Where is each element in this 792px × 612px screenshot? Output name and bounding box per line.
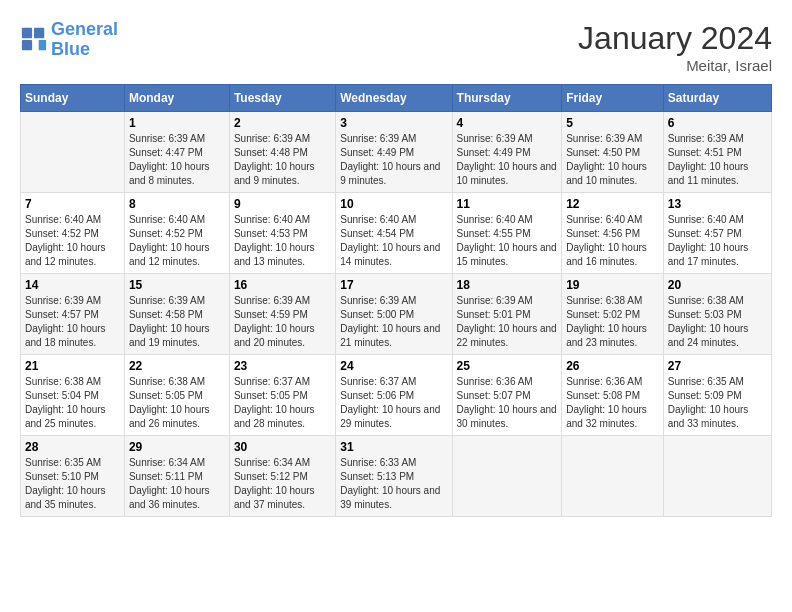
day-info: Sunrise: 6:39 AMSunset: 4:49 PMDaylight:… <box>340 132 447 188</box>
day-number: 10 <box>340 197 447 211</box>
svg-rect-2 <box>22 40 32 50</box>
calendar-cell: 7Sunrise: 6:40 AMSunset: 4:52 PMDaylight… <box>21 193 125 274</box>
day-info: Sunrise: 6:39 AMSunset: 4:50 PMDaylight:… <box>566 132 659 188</box>
day-number: 17 <box>340 278 447 292</box>
calendar-cell: 10Sunrise: 6:40 AMSunset: 4:54 PMDayligh… <box>336 193 452 274</box>
week-row-4: 28Sunrise: 6:35 AMSunset: 5:10 PMDayligh… <box>21 436 772 517</box>
day-info: Sunrise: 6:36 AMSunset: 5:08 PMDaylight:… <box>566 375 659 431</box>
day-number: 6 <box>668 116 767 130</box>
day-info: Sunrise: 6:40 AMSunset: 4:56 PMDaylight:… <box>566 213 659 269</box>
day-info: Sunrise: 6:38 AMSunset: 5:04 PMDaylight:… <box>25 375 120 431</box>
day-number: 7 <box>25 197 120 211</box>
calendar-cell: 2Sunrise: 6:39 AMSunset: 4:48 PMDaylight… <box>229 112 335 193</box>
day-number: 19 <box>566 278 659 292</box>
day-info: Sunrise: 6:40 AMSunset: 4:52 PMDaylight:… <box>25 213 120 269</box>
day-info: Sunrise: 6:38 AMSunset: 5:03 PMDaylight:… <box>668 294 767 350</box>
weekday-header-thursday: Thursday <box>452 85 562 112</box>
calendar-cell: 21Sunrise: 6:38 AMSunset: 5:04 PMDayligh… <box>21 355 125 436</box>
week-row-1: 7Sunrise: 6:40 AMSunset: 4:52 PMDaylight… <box>21 193 772 274</box>
title-section: January 2024 Meitar, Israel <box>578 20 772 74</box>
day-number: 28 <box>25 440 120 454</box>
calendar-cell: 18Sunrise: 6:39 AMSunset: 5:01 PMDayligh… <box>452 274 562 355</box>
day-number: 18 <box>457 278 558 292</box>
day-number: 20 <box>668 278 767 292</box>
weekday-header-row: SundayMondayTuesdayWednesdayThursdayFrid… <box>21 85 772 112</box>
calendar-cell: 4Sunrise: 6:39 AMSunset: 4:49 PMDaylight… <box>452 112 562 193</box>
day-info: Sunrise: 6:40 AMSunset: 4:55 PMDaylight:… <box>457 213 558 269</box>
day-number: 12 <box>566 197 659 211</box>
week-row-0: 1Sunrise: 6:39 AMSunset: 4:47 PMDaylight… <box>21 112 772 193</box>
weekday-header-wednesday: Wednesday <box>336 85 452 112</box>
calendar-cell: 23Sunrise: 6:37 AMSunset: 5:05 PMDayligh… <box>229 355 335 436</box>
logo-icon <box>20 26 48 54</box>
calendar-cell <box>562 436 664 517</box>
calendar-cell: 14Sunrise: 6:39 AMSunset: 4:57 PMDayligh… <box>21 274 125 355</box>
day-info: Sunrise: 6:35 AMSunset: 5:09 PMDaylight:… <box>668 375 767 431</box>
calendar-cell: 27Sunrise: 6:35 AMSunset: 5:09 PMDayligh… <box>663 355 771 436</box>
svg-marker-3 <box>39 40 46 50</box>
day-info: Sunrise: 6:36 AMSunset: 5:07 PMDaylight:… <box>457 375 558 431</box>
day-info: Sunrise: 6:37 AMSunset: 5:06 PMDaylight:… <box>340 375 447 431</box>
day-number: 11 <box>457 197 558 211</box>
calendar-cell: 12Sunrise: 6:40 AMSunset: 4:56 PMDayligh… <box>562 193 664 274</box>
day-info: Sunrise: 6:40 AMSunset: 4:52 PMDaylight:… <box>129 213 225 269</box>
calendar-cell <box>21 112 125 193</box>
day-number: 23 <box>234 359 331 373</box>
day-info: Sunrise: 6:39 AMSunset: 5:00 PMDaylight:… <box>340 294 447 350</box>
calendar-cell: 9Sunrise: 6:40 AMSunset: 4:53 PMDaylight… <box>229 193 335 274</box>
calendar-cell: 13Sunrise: 6:40 AMSunset: 4:57 PMDayligh… <box>663 193 771 274</box>
calendar-cell: 3Sunrise: 6:39 AMSunset: 4:49 PMDaylight… <box>336 112 452 193</box>
week-row-2: 14Sunrise: 6:39 AMSunset: 4:57 PMDayligh… <box>21 274 772 355</box>
day-number: 25 <box>457 359 558 373</box>
calendar-cell: 20Sunrise: 6:38 AMSunset: 5:03 PMDayligh… <box>663 274 771 355</box>
calendar-cell: 30Sunrise: 6:34 AMSunset: 5:12 PMDayligh… <box>229 436 335 517</box>
calendar-cell: 24Sunrise: 6:37 AMSunset: 5:06 PMDayligh… <box>336 355 452 436</box>
calendar-cell <box>663 436 771 517</box>
day-number: 24 <box>340 359 447 373</box>
day-number: 30 <box>234 440 331 454</box>
week-row-3: 21Sunrise: 6:38 AMSunset: 5:04 PMDayligh… <box>21 355 772 436</box>
calendar-cell: 22Sunrise: 6:38 AMSunset: 5:05 PMDayligh… <box>124 355 229 436</box>
calendar-cell: 8Sunrise: 6:40 AMSunset: 4:52 PMDaylight… <box>124 193 229 274</box>
day-number: 27 <box>668 359 767 373</box>
location: Meitar, Israel <box>578 57 772 74</box>
day-info: Sunrise: 6:39 AMSunset: 4:57 PMDaylight:… <box>25 294 120 350</box>
calendar-cell: 28Sunrise: 6:35 AMSunset: 5:10 PMDayligh… <box>21 436 125 517</box>
svg-rect-0 <box>22 28 32 38</box>
day-info: Sunrise: 6:39 AMSunset: 4:48 PMDaylight:… <box>234 132 331 188</box>
calendar-cell: 17Sunrise: 6:39 AMSunset: 5:00 PMDayligh… <box>336 274 452 355</box>
day-info: Sunrise: 6:39 AMSunset: 4:49 PMDaylight:… <box>457 132 558 188</box>
calendar-cell <box>452 436 562 517</box>
day-info: Sunrise: 6:39 AMSunset: 4:47 PMDaylight:… <box>129 132 225 188</box>
day-number: 5 <box>566 116 659 130</box>
day-info: Sunrise: 6:40 AMSunset: 4:57 PMDaylight:… <box>668 213 767 269</box>
day-info: Sunrise: 6:38 AMSunset: 5:05 PMDaylight:… <box>129 375 225 431</box>
day-number: 9 <box>234 197 331 211</box>
day-info: Sunrise: 6:39 AMSunset: 4:58 PMDaylight:… <box>129 294 225 350</box>
day-number: 26 <box>566 359 659 373</box>
calendar-cell: 16Sunrise: 6:39 AMSunset: 4:59 PMDayligh… <box>229 274 335 355</box>
day-number: 13 <box>668 197 767 211</box>
day-info: Sunrise: 6:40 AMSunset: 4:53 PMDaylight:… <box>234 213 331 269</box>
day-number: 8 <box>129 197 225 211</box>
day-number: 1 <box>129 116 225 130</box>
weekday-header-saturday: Saturday <box>663 85 771 112</box>
weekday-header-tuesday: Tuesday <box>229 85 335 112</box>
calendar-table: SundayMondayTuesdayWednesdayThursdayFrid… <box>20 84 772 517</box>
page-header: General Blue January 2024 Meitar, Israel <box>20 20 772 74</box>
day-number: 22 <box>129 359 225 373</box>
calendar-cell: 25Sunrise: 6:36 AMSunset: 5:07 PMDayligh… <box>452 355 562 436</box>
day-info: Sunrise: 6:39 AMSunset: 4:51 PMDaylight:… <box>668 132 767 188</box>
weekday-header-monday: Monday <box>124 85 229 112</box>
calendar-cell: 11Sunrise: 6:40 AMSunset: 4:55 PMDayligh… <box>452 193 562 274</box>
day-number: 21 <box>25 359 120 373</box>
day-number: 15 <box>129 278 225 292</box>
day-info: Sunrise: 6:40 AMSunset: 4:54 PMDaylight:… <box>340 213 447 269</box>
day-info: Sunrise: 6:37 AMSunset: 5:05 PMDaylight:… <box>234 375 331 431</box>
calendar-cell: 31Sunrise: 6:33 AMSunset: 5:13 PMDayligh… <box>336 436 452 517</box>
calendar-cell: 5Sunrise: 6:39 AMSunset: 4:50 PMDaylight… <box>562 112 664 193</box>
calendar-cell: 19Sunrise: 6:38 AMSunset: 5:02 PMDayligh… <box>562 274 664 355</box>
month-title: January 2024 <box>578 20 772 57</box>
weekday-header-sunday: Sunday <box>21 85 125 112</box>
day-info: Sunrise: 6:35 AMSunset: 5:10 PMDaylight:… <box>25 456 120 512</box>
